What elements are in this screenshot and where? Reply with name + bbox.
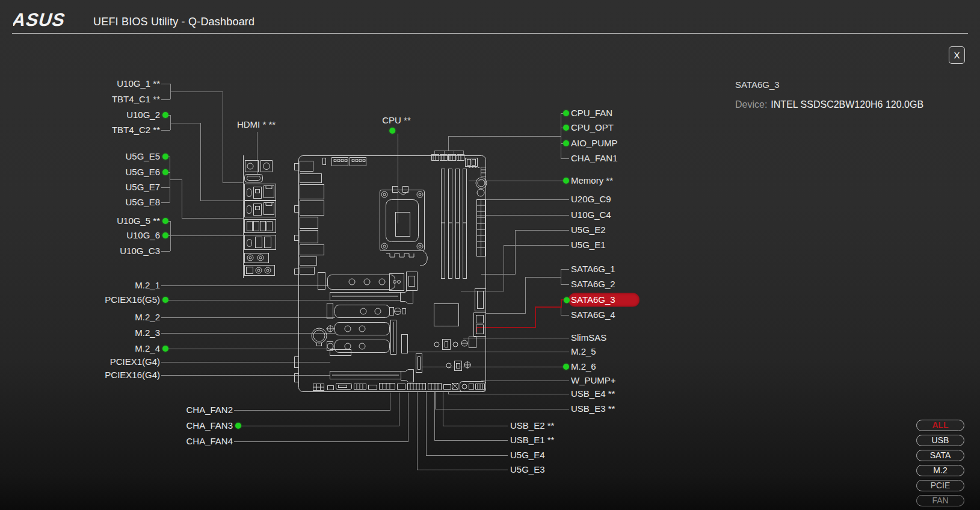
board-bottom-edge bbox=[313, 382, 486, 392]
port-label-m.2-4[interactable]: M.2_4 bbox=[135, 343, 160, 355]
filter-button-pcie[interactable]: PCIE bbox=[916, 480, 964, 491]
m2-slot-2 bbox=[327, 303, 406, 319]
port-label-u10g-6[interactable]: U10G_6 bbox=[126, 229, 160, 241]
port-label-usb-e3[interactable]: USB_E3 ** bbox=[571, 403, 615, 415]
m2-slot-1 bbox=[318, 272, 418, 291]
port-label-u10g-c3[interactable]: U10G_C3 bbox=[120, 245, 160, 257]
device-detected-dot bbox=[563, 140, 569, 146]
device-detected-dot bbox=[162, 169, 168, 175]
ram-slots bbox=[442, 169, 467, 279]
m2-slot-4 bbox=[327, 340, 390, 353]
m2-slot-3 bbox=[326, 323, 390, 335]
board-right-edge bbox=[469, 178, 487, 348]
port-label-sata6g-1[interactable]: SATA6G_1 bbox=[571, 263, 615, 275]
device-detected-dot bbox=[162, 112, 168, 118]
device-detected-dot bbox=[162, 297, 168, 303]
filter-button-sata[interactable]: SATA bbox=[916, 450, 964, 461]
device-detected-dot bbox=[162, 346, 168, 352]
highlight-line bbox=[476, 300, 566, 332]
port-label-usb-e2[interactable]: USB_E2 ** bbox=[510, 420, 554, 432]
device-detected-dot bbox=[162, 154, 168, 160]
port-label-sata6g-2[interactable]: SATA6G_2 bbox=[571, 278, 615, 290]
port-label-usb-e1[interactable]: USB_E1 ** bbox=[510, 434, 554, 446]
board-top-edge bbox=[323, 155, 486, 176]
filter-button-fan[interactable]: FAN bbox=[916, 495, 964, 506]
port-label-cpu-fan[interactable]: CPU_FAN bbox=[571, 107, 612, 119]
device-detected-dot bbox=[235, 423, 241, 429]
port-label-u5g-e6[interactable]: U5G_E6 bbox=[125, 166, 160, 178]
chipset bbox=[434, 304, 459, 326]
port-label-u10g-1[interactable]: U10G_1 ** bbox=[117, 78, 160, 90]
port-label-cpu-opt[interactable]: CPU_OPT bbox=[571, 122, 614, 134]
port-label-pciex1-g4[interactable]: PCIEX1(G4) bbox=[110, 356, 160, 368]
port-label-u10g-c4[interactable]: U10G_C4 bbox=[571, 209, 611, 221]
port-label-cha-fan3[interactable]: CHA_FAN3 bbox=[186, 420, 233, 432]
device-detected-dot bbox=[563, 110, 569, 116]
port-label-sata6g-4[interactable]: SATA6G_4 bbox=[571, 309, 615, 321]
port-label-m.2-2[interactable]: M.2_2 bbox=[135, 311, 160, 323]
m2-vertical-slots bbox=[391, 320, 422, 373]
device-detected-dot bbox=[162, 218, 168, 224]
pcie-x16-g4-slot bbox=[330, 370, 414, 382]
port-label-u5g-e1[interactable]: U5G_E1 bbox=[571, 239, 606, 251]
port-label-slimsas[interactable]: SlimSAS bbox=[571, 332, 606, 344]
filter-button-all[interactable]: ALL bbox=[916, 420, 964, 431]
device-detected-dot bbox=[563, 178, 569, 184]
port-label-aio-pump[interactable]: AIO_PUMP bbox=[571, 137, 618, 149]
device-detected-dot bbox=[563, 125, 569, 131]
port-label-u10g-2[interactable]: U10G_2 bbox=[126, 109, 160, 121]
pcie-x16-g5-slot bbox=[330, 291, 413, 303]
filter-button-m2[interactable]: M.2 bbox=[916, 465, 964, 476]
q-dashboard-screen: ASUS UEFI BIOS Utility - Q-Dashboard X S… bbox=[0, 0, 980, 510]
port-label-cha-fan1[interactable]: CHA_FAN1 bbox=[571, 152, 618, 164]
cmos-battery bbox=[312, 328, 327, 346]
port-label-memory[interactable]: Memory ** bbox=[571, 175, 613, 187]
port-label-pciex16-g4[interactable]: PCIEX16(G4) bbox=[105, 369, 160, 381]
port-label-u5g-e8[interactable]: U5G_E8 bbox=[125, 196, 160, 208]
port-label-u20g-c9[interactable]: U20G_C9 bbox=[571, 193, 611, 205]
fan-pump-headers bbox=[434, 340, 471, 371]
device-detected-dot bbox=[564, 297, 570, 303]
port-label-cpu[interactable]: CPU ** bbox=[382, 114, 411, 126]
port-label-m.2-5[interactable]: M.2_5 bbox=[571, 346, 596, 358]
port-label-hdmi[interactable]: HDMI * ** bbox=[237, 119, 276, 131]
port-label-m.2-6[interactable]: M.2_6 bbox=[571, 361, 596, 373]
port-label-u5g-e4[interactable]: U5G_E4 bbox=[510, 449, 545, 461]
port-label-cha-fan4[interactable]: CHA_FAN4 bbox=[186, 435, 233, 447]
port-label-u5g-e2[interactable]: U5G_E2 bbox=[571, 224, 606, 236]
filter-button-usb[interactable]: USB bbox=[916, 435, 964, 446]
device-detected-dot bbox=[389, 128, 395, 134]
port-label-tbt4-c1[interactable]: TBT4_C1 ** bbox=[112, 93, 160, 105]
device-detected-dot bbox=[162, 232, 168, 238]
port-label-sata6g-3[interactable]: SATA6G_3 bbox=[569, 293, 639, 307]
port-label-w-pump[interactable]: W_PUMP+ bbox=[571, 375, 616, 387]
cpu-socket bbox=[380, 187, 428, 266]
port-label-m.2-3[interactable]: M.2_3 bbox=[135, 327, 160, 339]
port-label-u5g-e3[interactable]: U5G_E3 bbox=[510, 464, 545, 476]
port-label-u10g-5[interactable]: U10G_5 ** bbox=[117, 215, 160, 227]
port-label-u5g-e7[interactable]: U5G_E7 bbox=[125, 181, 160, 193]
port-label-usb-e4[interactable]: USB_E4 ** bbox=[571, 388, 615, 400]
port-label-pciex16-g5[interactable]: PCIEX16(G5) bbox=[105, 294, 160, 306]
rear-io-panel bbox=[244, 155, 276, 278]
port-label-u5g-e5[interactable]: U5G_E5 bbox=[125, 151, 160, 163]
port-label-tbt4-c2[interactable]: TBT4_C2 ** bbox=[112, 124, 160, 136]
port-label-cha-fan2[interactable]: CHA_FAN2 bbox=[186, 404, 233, 416]
device-detected-dot bbox=[563, 364, 569, 370]
port-label-m.2-1[interactable]: M.2_1 bbox=[135, 279, 160, 291]
